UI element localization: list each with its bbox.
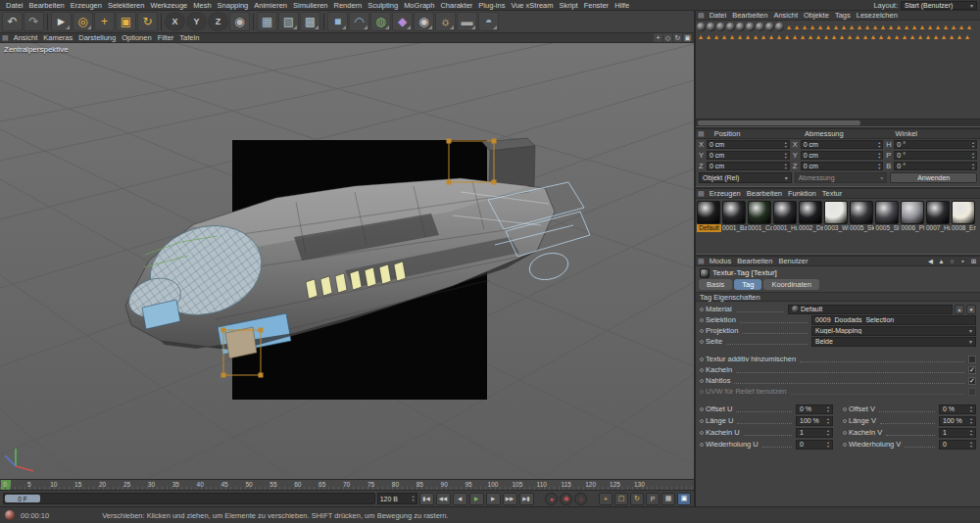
render-settings-icon[interactable]: ▩ [300,12,320,31]
keyframe-dot-icon[interactable] [843,419,847,423]
keyframe-dot-icon[interactable] [700,329,704,333]
selection-tag-icon[interactable]: ▲ [793,23,801,31]
selection-tag-icon[interactable]: ▲ [791,32,799,41]
size-field[interactable]: 0 cm [801,162,884,170]
menu-animieren[interactable]: Animieren [251,1,290,10]
rotate-tool-icon[interactable]: ↻ [137,12,158,31]
menu-selektieren[interactable]: Selektieren [105,1,148,10]
stepper-icon[interactable] [827,417,829,425]
selection-tag-icon[interactable]: ▲ [901,32,908,41]
selection-tag-icon[interactable]: ▲ [736,32,744,41]
mat-menu-textur[interactable]: Textur [819,189,845,198]
vp-menu-darstellung[interactable]: Darstellung [75,33,119,42]
redo-icon[interactable]: ↷ [24,12,44,31]
selection-tag-icon[interactable]: ▲ [887,23,895,31]
selection-tag-icon[interactable]: ▲ [712,32,720,41]
wiederholung-u-field[interactable]: 0 [796,440,833,450]
keyframe-dot-icon[interactable] [700,407,704,411]
texture-tag-icon[interactable] [716,23,725,31]
selection-tag-icon[interactable]: ▲ [705,32,712,41]
stepper-icon[interactable] [878,152,880,160]
selektion-field[interactable]: 0009_Doodads_Selection [811,315,976,325]
apply-button[interactable]: Anwenden [890,172,977,183]
size-mode-dropdown[interactable]: Abmessung▾ [795,172,888,183]
selection-tag-icon[interactable]: ▲ [697,32,705,41]
stepper-icon[interactable] [972,141,974,149]
material-item[interactable]: 0005_Sk [850,201,874,232]
history-up-icon[interactable]: ▲ [937,257,946,265]
selection-tag-icon[interactable]: ▲ [854,32,861,41]
material-item[interactable]: 0006_Pi [901,201,925,232]
selection-tag-icon[interactable]: ▲ [840,23,848,31]
keyframe-dot-icon[interactable] [700,340,704,344]
menu-plug-ins[interactable]: Plug-ins [475,1,508,10]
texture-tag-icon[interactable] [697,23,706,31]
selection-tag-icon[interactable]: ▲ [720,32,728,41]
selection-tag-icon[interactable]: ▲ [846,32,854,41]
selection-tag-icon[interactable]: ▲ [785,23,793,31]
stepper-icon[interactable] [972,152,974,160]
keyframe-dot-icon[interactable] [700,318,704,322]
selection-tag-icon[interactable]: ▲ [950,23,957,31]
textur-additiv-hinzumischen-checkbox[interactable] [968,356,976,363]
mat-menu-funktion[interactable]: Funktion [785,189,819,198]
selection-tag-icon[interactable]: ▲ [965,23,973,31]
keyframe-dot-icon[interactable] [843,407,847,411]
record-keyframe-button[interactable]: ● [545,493,558,505]
size-field[interactable]: 0 cm [801,151,884,160]
record-scale-button[interactable]: ▢ [614,493,628,505]
selection-tag-icon[interactable]: ▲ [932,32,940,41]
goto-start-button[interactable]: ▮◀ [419,493,434,505]
projektion-field[interactable]: Kugel-Mapping▾ [811,326,976,336]
selection-tag-icon[interactable]: ▲ [861,32,869,41]
material-item[interactable]: 0003_Wi [824,201,849,232]
record-parameter-button[interactable]: P [646,493,660,505]
keyframe-dot-icon[interactable] [700,431,704,435]
om-empty-area[interactable] [696,42,980,119]
keyframe-dot-icon[interactable] [700,419,704,423]
undo-icon[interactable]: ↶ [2,12,23,31]
selection-tag-icon[interactable]: ▲ [877,32,885,41]
selection-tag-icon[interactable]: ▲ [916,32,924,41]
nahtlos-checkbox[interactable] [968,377,976,385]
kacheln-u-field[interactable]: 1 [796,428,833,438]
om-menu-datei[interactable]: Datei [707,11,730,20]
vp-menu-filter[interactable]: Filter [155,33,177,42]
om-menu-objekte[interactable]: Objekte [801,11,832,20]
selection-tag-icon[interactable]: ▲ [871,23,879,31]
selection-tag-icon[interactable]: ▲ [799,32,807,41]
selection-tag-icon[interactable]: ▲ [808,23,816,31]
keyframe-dot-icon[interactable] [700,443,704,447]
selection-tag-icon[interactable]: ▲ [824,23,832,31]
om-menu-tags[interactable]: Tags [832,11,854,20]
add-generator-icon[interactable]: ◍ [370,12,391,31]
menu-mesh[interactable]: Mesh [190,1,214,10]
coord-mode-dropdown[interactable]: Objekt (Rel)▾ [699,172,792,183]
position-field[interactable]: 0 cm [707,151,790,160]
record-rotation-button[interactable]: ↻ [630,493,644,505]
selection-tag-icon[interactable]: ▲ [918,23,926,31]
selection-tag-icon[interactable]: ▲ [838,32,846,41]
play-button[interactable]: ▶ [469,493,484,505]
live-selection-icon[interactable]: ◎ [73,12,93,31]
selection-tag-icon[interactable]: ▲ [863,23,871,31]
layout-dropdown[interactable]: Start (Benutzer) ▾ [901,1,977,10]
menu-erzeugen[interactable]: Erzeugen [68,1,105,10]
stepper-icon[interactable] [412,495,414,502]
add-floor-icon[interactable]: ▬ [457,12,477,31]
timeline-slider[interactable]: 0 F [3,493,375,504]
coordinate-system-icon[interactable]: ◉ [229,12,250,31]
selection-tag-icon[interactable]: ▲ [848,23,856,31]
om-menu-lesezeichen[interactable]: Lesezeichen [854,11,901,20]
next-key-button[interactable]: ▶▶ [503,493,517,505]
tab-tag[interactable]: Tag [734,279,761,290]
menu-datei[interactable]: Datei [3,1,26,10]
scale-tool-icon[interactable]: ▣ [116,12,136,31]
menu-vue-xstream[interactable]: Vue xStream [508,1,556,10]
stepper-icon[interactable] [878,163,880,170]
selection-tag-icon[interactable]: ▲ [942,23,950,31]
selection-tag-icon[interactable]: ▲ [856,23,863,31]
vp-menu-tafeln[interactable]: Tafeln [176,33,202,42]
viewport[interactable]: Zentralperspektive [0,43,694,479]
attr-menu-bearbeiten[interactable]: Bearbeiten [734,257,775,265]
